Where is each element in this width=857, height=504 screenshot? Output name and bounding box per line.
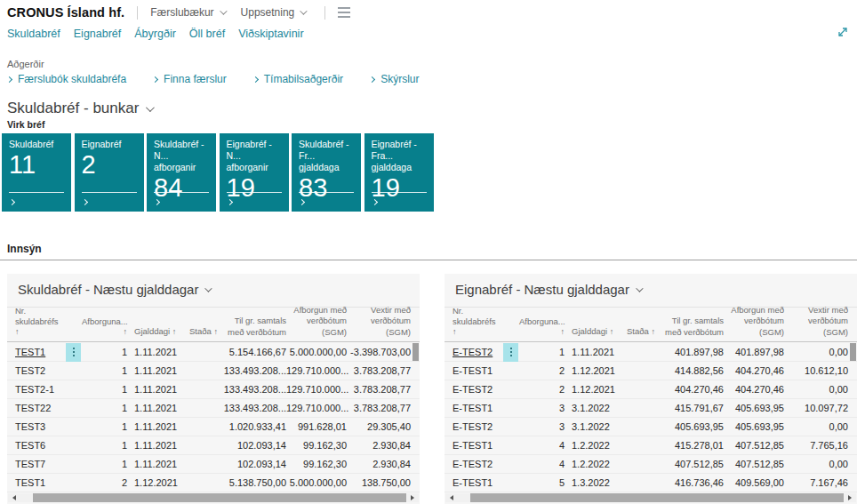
cell-principal: 102.093,14 [221, 440, 286, 451]
cell-principal: 102.093,14 [221, 459, 286, 469]
record-link[interactable]: TEST7 [15, 459, 45, 469]
scroll-left-icon[interactable] [12, 495, 16, 500]
column-header-payment[interactable]: Afborgun með verðbótum (SGM) [286, 305, 347, 338]
chevron-right-icon [371, 199, 377, 205]
cell-due-date: 1.11.2021 [127, 347, 182, 357]
table-row[interactable]: E-TEST1 2 1.12.2021 414.882,56 404.270,4… [445, 362, 857, 380]
actions-row: Færslubók skuldabréfa Finna færslur Tíma… [7, 73, 419, 85]
record-link[interactable]: TEST2 [15, 365, 45, 376]
column-header-status[interactable]: Staða ↑ [620, 326, 659, 338]
expand-icon[interactable] [836, 25, 850, 39]
action-label: Tímabilsaðgerðir [264, 73, 343, 85]
table-row[interactable]: TEST6 1 1.11.2021 102.093,14 99.162,30 2… [7, 436, 420, 455]
cue-tile[interactable]: Skuldabréf - Fr...gjalddaga 83 [292, 133, 361, 212]
nav-link[interactable]: Viðskiptavinir [238, 28, 303, 40]
table-row[interactable]: E-TEST2 2 1.12.2021 404.270,46 404.270,4… [445, 380, 857, 399]
table-row[interactable]: TEST22 1 1.11.2021 133.493.208... 129.71… [7, 399, 420, 418]
cell-payment: 405.693,95 [724, 403, 784, 413]
cell-installment: 2 [519, 365, 565, 376]
table-row[interactable]: E-TEST1 3 3.1.2022 415.791,67 405.693,95… [445, 399, 857, 418]
column-header-status[interactable]: Staða ↑ [182, 326, 221, 338]
cue-tile[interactable]: Eignabréf - Fra...gjalddaga 19 [364, 133, 434, 212]
hamburger-menu-icon[interactable] [338, 7, 350, 18]
vertical-scrollbar[interactable] [850, 343, 856, 361]
table-row[interactable]: E-TEST1 5 1.3.2022 416.736,46 409.569,00… [445, 474, 857, 492]
column-header-due[interactable]: Gjalddagi ↑ [127, 326, 182, 338]
record-link[interactable]: E-TEST2 [453, 459, 493, 469]
column-header-interest[interactable]: Vextir með verðbótum (SGM) [347, 305, 411, 338]
record-link[interactable]: E-TEST2 [453, 347, 493, 357]
row-menu-icon[interactable] [503, 343, 518, 362]
top-menu-button[interactable]: Færslubækur [150, 6, 224, 19]
scroll-right-icon[interactable] [848, 495, 852, 500]
cell-due-date: 1.2.2022 [565, 440, 620, 451]
action-link[interactable]: Færslubók skuldabréfa [7, 73, 126, 85]
cell-installment: 5 [519, 477, 565, 488]
nav-link[interactable]: Eignabréf [74, 28, 122, 40]
column-header-installment[interactable]: Afborguna...↑ [82, 316, 127, 338]
top-menu-button[interactable]: Uppsetning [241, 6, 306, 19]
cue-group-title[interactable]: Skuldabréf - bunkar [7, 100, 152, 117]
cell-interest: 0,00 [784, 384, 848, 395]
cue-tile[interactable]: Skuldabréf - N...afborganir 84 [147, 133, 216, 212]
horizontal-scrollbar[interactable] [445, 493, 856, 502]
record-link[interactable]: TEST6 [15, 440, 45, 451]
nav-link[interactable]: Skuldabréf [7, 28, 60, 40]
column-header-no[interactable]: Nr. skuldabréfs↑ [453, 306, 503, 338]
record-link[interactable]: E-TEST1 [453, 477, 493, 488]
action-link[interactable]: Finna færslur [153, 73, 227, 85]
record-link[interactable]: TEST1 [15, 477, 45, 488]
table-row[interactable]: TEST3 1 1.11.2021 1.020.933,41 991.628,0… [7, 418, 420, 436]
scroll-left-icon[interactable] [450, 495, 453, 500]
cue-tile[interactable]: Eignabréf - N...afborganir 19 [220, 133, 289, 212]
cell-payment: 129.710.000... [286, 403, 347, 413]
table-body: E-TEST2 1 1.11.2021 401.897,98 401.897,9… [445, 343, 857, 492]
cell-payment: 5.000.000,00 [286, 347, 347, 357]
column-header-principal[interactable]: Til gr. samtals með verðbótum [221, 316, 286, 338]
column-header-no[interactable]: Nr. skuldabréfs↑ [15, 306, 66, 338]
row-menu-icon[interactable] [66, 343, 81, 362]
vertical-scrollbar[interactable] [412, 343, 419, 361]
nav-link[interactable]: Öll bréf [189, 28, 225, 40]
record-link[interactable]: TEST1 [15, 347, 45, 357]
divider [324, 6, 325, 20]
horizontal-scrollbar[interactable] [8, 493, 419, 502]
scroll-right-icon[interactable] [411, 495, 414, 500]
record-link[interactable]: E-TEST1 [453, 440, 493, 451]
record-link[interactable]: E-TEST1 [453, 403, 493, 413]
chevron-right-icon [226, 199, 232, 205]
table-row[interactable]: E-TEST2 4 1.2.2022 407.512,85 407.512,85… [445, 455, 857, 474]
column-header-due[interactable]: Gjalddagi ↑ [565, 326, 620, 338]
table-row[interactable]: TEST1 1 1.11.2021 5.154.166,67 5.000.000… [7, 343, 420, 362]
action-link[interactable]: Tímabilsaðgerðir [253, 73, 343, 85]
column-header-payment[interactable]: Afborgun með verðbótum (SGM) [724, 305, 784, 338]
scrollbar-thumb[interactable] [33, 493, 406, 502]
record-link[interactable]: TEST22 [15, 403, 51, 413]
record-link[interactable]: TEST2-1 [15, 384, 54, 395]
record-link[interactable]: TEST3 [15, 421, 45, 432]
cue-tile[interactable]: Skuldabréf 11 [2, 133, 71, 212]
table-row[interactable]: E-TEST2 3 3.1.2022 405.693,95 405.693,95… [445, 418, 857, 436]
cue-tile[interactable]: Eignabréf 2 [75, 133, 144, 212]
scrollbar-thumb[interactable] [470, 493, 844, 502]
table-row[interactable]: TEST2-1 1 1.11.2021 133.493.208... 129.7… [7, 380, 420, 399]
column-header-interest[interactable]: Vextir með verðbótum (SGM) [784, 305, 848, 338]
chevron-right-icon [6, 76, 12, 82]
table-row[interactable]: TEST7 1 1.11.2021 102.093,14 99.162,30 2… [7, 455, 420, 474]
cell-interest: 2.930,84 [347, 459, 411, 469]
table-row[interactable]: E-TEST1 4 1.2.2022 415.278,01 407.512,85… [445, 436, 857, 455]
table-row[interactable]: TEST1 2 1.12.2021 5.138.750,00 5.000.000… [7, 474, 420, 492]
column-header-installment[interactable]: Afborguna...↑ [519, 316, 565, 338]
record-link[interactable]: E-TEST2 [453, 384, 493, 395]
table-row[interactable]: E-TEST2 1 1.11.2021 401.897,98 401.897,9… [445, 343, 857, 362]
insight-card-title[interactable]: Skuldabréf - Næstu gjalddagar [18, 282, 210, 297]
column-header-principal[interactable]: Til gr. samtals með verðbótum [659, 316, 724, 338]
insight-card-title[interactable]: Eignabréf - Næstu gjalddagar [455, 282, 641, 297]
nav-link[interactable]: Ábyrgðir [134, 28, 176, 40]
cell-payment: 404.270,46 [724, 384, 784, 395]
cell-principal: 401.897,98 [659, 347, 724, 357]
record-link[interactable]: E-TEST2 [453, 421, 493, 432]
record-link[interactable]: E-TEST1 [453, 365, 493, 376]
table-row[interactable]: TEST2 1 1.11.2021 133.493.208... 129.710… [7, 362, 420, 380]
action-link[interactable]: Skýrslur [370, 73, 419, 85]
